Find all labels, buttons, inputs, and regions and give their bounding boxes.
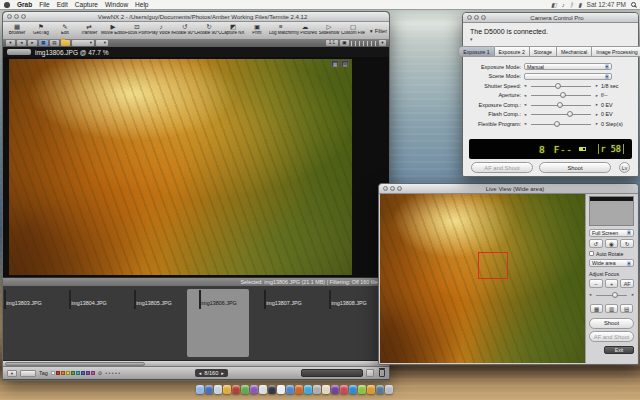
scene-mode-select[interactable]: ▾: [524, 73, 612, 80]
tag-color-swatch[interactable]: [66, 371, 70, 375]
dock-app-icon[interactable]: [277, 385, 285, 394]
image-viewer-area[interactable]: ▦ ▤: [3, 57, 389, 277]
lv-af-and-shoot-button[interactable]: AF and Shoot: [589, 331, 634, 342]
thumbnail[interactable]: img13807.JPG: [252, 289, 314, 357]
options-dropdown[interactable]: ▾: [96, 40, 108, 46]
dock-app-icon[interactable]: [232, 385, 240, 394]
clear-tag-icon[interactable]: ⊘: [98, 370, 103, 376]
tab-storage[interactable]: Storage: [530, 46, 557, 57]
output-options-button[interactable]: [366, 369, 374, 377]
list-view-button[interactable]: ▤: [50, 40, 59, 46]
live-view-image[interactable]: [380, 194, 585, 363]
toolbar-my-picturetown[interactable]: ☁my Picturetown: [293, 23, 317, 36]
filter-button[interactable]: ▼Filter: [369, 27, 387, 35]
tag-color-swatch[interactable]: [86, 371, 90, 375]
focus-area-rectangle[interactable]: [478, 252, 508, 279]
auto-rotate-checkbox[interactable]: [589, 251, 594, 256]
dock-app-icon[interactable]: [286, 385, 294, 394]
rating-stars[interactable]: •••••: [105, 370, 121, 376]
af-button[interactable]: AF: [620, 279, 634, 288]
toolbar-focus-point[interactable]: ⊡Focus Point: [125, 23, 149, 36]
tab-mechanical[interactable]: Mechanical: [557, 46, 592, 57]
thumbnail-selected[interactable]: img13806.JPG: [187, 289, 249, 357]
aperture-slider[interactable]: ◂▸: [524, 91, 598, 99]
tag-color-swatch[interactable]: [81, 371, 85, 375]
label-filter-dropdown[interactable]: ▾: [7, 370, 17, 377]
filmstrip-scrollbar[interactable]: [3, 360, 389, 366]
lv-button[interactable]: Lv: [619, 162, 630, 173]
menu-edit[interactable]: Edit: [57, 1, 68, 8]
rotate-reset-button[interactable]: ◉: [605, 239, 619, 248]
ccp-titlebar[interactable]: Camera Control Pro: [463, 13, 638, 23]
dock-app-icon[interactable]: [304, 385, 312, 394]
battery-menu-icon[interactable]: ▮: [578, 1, 581, 8]
dock-app-icon[interactable]: [205, 385, 213, 394]
focus-minus-button[interactable]: –: [589, 279, 603, 288]
focus-plus-button[interactable]: +: [605, 279, 619, 288]
folder-icon[interactable]: [61, 40, 70, 46]
view-mode-1-button[interactable]: ▦: [590, 304, 603, 313]
toolbar-log-matching[interactable]: ≡Log Matching: [269, 23, 293, 36]
disclosure-triangle[interactable]: ▾: [463, 35, 638, 42]
thumbnail[interactable]: img13803.JPG: [3, 289, 54, 357]
dock-app-icon[interactable]: [250, 385, 258, 394]
focus-slider[interactable]: ◂▸: [589, 291, 634, 299]
info-overlay-icon[interactable]: ▤: [341, 60, 349, 67]
menu-window[interactable]: Window: [105, 1, 128, 8]
image-nav-button[interactable]: [7, 49, 31, 55]
toolbar-print[interactable]: ▣Print: [245, 23, 269, 36]
window-controls[interactable]: [467, 15, 486, 20]
thumbnail[interactable]: img13808.JPG: [317, 289, 379, 357]
apple-menu[interactable]: [4, 2, 10, 8]
dock-app-icon[interactable]: [349, 385, 357, 394]
af-area-popup[interactable]: Wide area▾: [589, 259, 634, 267]
shutter-speed-slider[interactable]: ◂▸: [524, 82, 598, 90]
dock-app-icon[interactable]: [331, 385, 339, 394]
dock-app-icon[interactable]: [259, 385, 267, 394]
tab-image-processing[interactable]: Image Processing: [592, 46, 640, 57]
grid-overlay-icon[interactable]: ▦: [331, 60, 339, 67]
toolbar-voice-memo[interactable]: ♪Play Voice Memo: [149, 23, 173, 36]
dock[interactable]: [196, 385, 393, 394]
window-controls[interactable]: [383, 186, 402, 191]
dock-app-icon[interactable]: [367, 385, 375, 394]
flexible-program-slider[interactable]: ◂▸: [524, 120, 598, 128]
dock-app-icon[interactable]: [340, 385, 348, 394]
rotate-ccw-button[interactable]: ↺: [589, 239, 603, 248]
menu-capture[interactable]: Capture: [75, 1, 98, 8]
tag-color-swatch[interactable]: [71, 371, 75, 375]
exit-button[interactable]: Exit: [604, 346, 634, 354]
app-menu[interactable]: Grab: [17, 1, 32, 8]
prev-image-icon[interactable]: ◂: [199, 370, 202, 376]
toolbar-rotate-cw[interactable]: ↻Rotate 90°CW: [197, 23, 221, 36]
thumbnail-view-button[interactable]: ▦: [39, 40, 48, 46]
thumbnail-size-dropdown[interactable]: [20, 370, 36, 377]
output-dropdown[interactable]: [301, 369, 363, 377]
dock-app-icon[interactable]: [223, 385, 231, 394]
menu-file[interactable]: File: [39, 1, 49, 8]
actual-size-button[interactable]: 1:1: [326, 40, 338, 46]
af-and-shoot-button[interactable]: AF and Shoot: [471, 162, 533, 173]
dock-app-icon[interactable]: [358, 385, 366, 394]
zoom-dropdown[interactable]: ▾: [379, 40, 386, 46]
display-size-popup[interactable]: Full Screen▾: [589, 229, 634, 237]
tag-color-swatch[interactable]: [61, 371, 65, 375]
window-controls[interactable]: [7, 14, 26, 19]
next-image-icon[interactable]: ▸: [221, 370, 224, 376]
tag-color-swatch[interactable]: [91, 371, 95, 375]
tab-exposure-2[interactable]: Exposure 2: [495, 46, 530, 57]
view-mode-2-button[interactable]: ▥: [605, 304, 618, 313]
dock-app-icon[interactable]: [241, 385, 249, 394]
view-dropdown[interactable]: ▾: [6, 40, 15, 46]
scrollbar-thumb[interactable]: [5, 362, 145, 366]
tag-color-swatch[interactable]: [76, 371, 80, 375]
toolbar-capture-nx2[interactable]: ◩Capture NX 2: [221, 23, 245, 36]
dock-app-icon[interactable]: [313, 385, 321, 394]
toolbar-slideshow[interactable]: ▷Slideshow: [317, 23, 341, 36]
back-button[interactable]: ◂: [17, 40, 26, 46]
lv-shoot-button[interactable]: Shoot: [589, 318, 634, 329]
dock-app-icon[interactable]: [376, 385, 384, 394]
shoot-button[interactable]: Shoot: [539, 162, 611, 173]
dock-app-icon[interactable]: [196, 385, 204, 394]
toolbar-movie-editor[interactable]: ▶Movie Editor: [101, 23, 125, 36]
